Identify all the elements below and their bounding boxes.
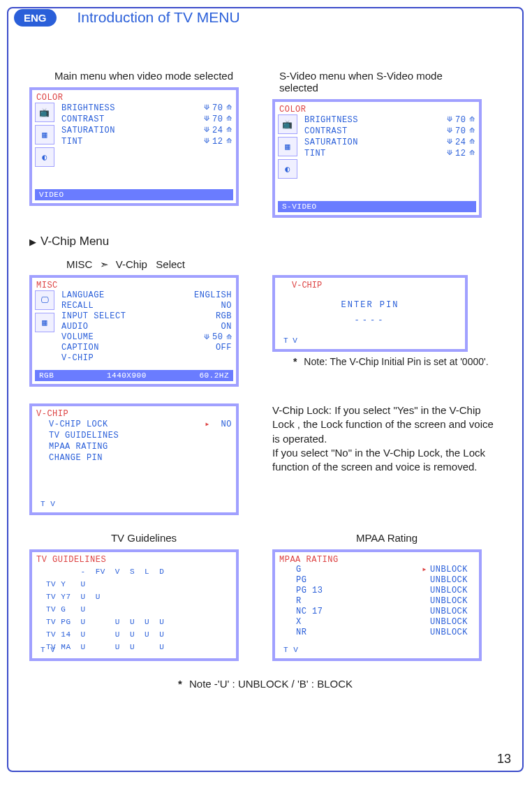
pin-enter: ENTER PIN — [275, 300, 465, 310]
item-val: 24 — [455, 137, 466, 148]
cell: U — [140, 616, 154, 628]
caption-svideo-menu: S-Video menu when S-Video mode selected — [272, 70, 454, 94]
monitor-icon: 🖵 — [35, 290, 54, 310]
item-val: ENGLISH — [194, 290, 232, 301]
caret-up-icon: ⟰ — [226, 125, 232, 136]
vchip-lock-text2: If you select "No" in the V-Chip Lock, t… — [272, 446, 501, 475]
item-label: CAPTION — [61, 343, 99, 353]
item-val: UNBLOCK — [430, 575, 468, 586]
cell: U — [155, 616, 168, 628]
tvg-header: TV GUIDELINES — [36, 555, 106, 565]
col-h: L — [140, 566, 154, 577]
osd-color-svideo: COLOR 📺 ▦ ◐ BRIGHTNESS⟱70⟰ CONTRAST⟱70⟰ … — [272, 99, 482, 218]
osd-header-color: COLOR — [279, 105, 306, 114]
item-label: MPAA RATING — [49, 441, 108, 452]
path-a: MISC — [66, 258, 93, 270]
circle-icon: ◐ — [278, 159, 297, 179]
item-label: TV GUIDELINES — [49, 430, 119, 441]
footer-label: S-VIDEO — [282, 202, 317, 211]
item-label: VOLUME — [61, 332, 94, 343]
item-label: CONTRAST — [61, 114, 105, 125]
row-name: TV Y7 — [42, 591, 75, 602]
section-vchip-header: V-Chip Menu — [29, 235, 522, 249]
item-label: BRIGHTNESS — [304, 114, 358, 126]
marker-icon: ▸ — [422, 565, 427, 574]
caret-up-icon: ⟰ — [226, 332, 232, 343]
footer-mid: 1440X900 — [107, 371, 147, 380]
osd-sidebar: 📺 ▦ ◐ — [278, 114, 300, 200]
caret-down-icon: ⟱ — [447, 126, 453, 137]
path-c: Select — [156, 258, 185, 270]
col-h: S — [126, 566, 139, 577]
osd-header-vchip: V-CHIP — [36, 409, 68, 419]
tvg-footer: T V — [35, 644, 233, 655]
item-val: 50 — [212, 332, 223, 343]
caret-down-icon: ⟱ — [204, 136, 210, 147]
item-val: 24 — [212, 125, 223, 136]
osd-body: V-CHIP LOCK▸ NO TV GUIDELINES MPAA RATIN… — [49, 419, 232, 464]
cell: U — [77, 591, 90, 602]
osd-body: BRIGHTNESS⟱70⟰ CONTRAST⟱70⟰ SATURATION⟱2… — [61, 103, 232, 147]
item-val: UNBLOCK — [430, 586, 468, 596]
cell: U — [126, 616, 139, 628]
caret-up-icon: ⟰ — [226, 136, 232, 147]
item-val: RGB — [216, 311, 232, 322]
item-val: 12 — [455, 148, 466, 159]
cell: U — [155, 629, 168, 640]
caret-down-icon: ⟱ — [204, 114, 210, 125]
tv-icon: 📺 — [35, 103, 54, 122]
item-val: NO — [221, 301, 232, 311]
osd-footer: S-VIDEO — [278, 201, 476, 212]
caption-mpaa: MPAA Rating — [272, 532, 501, 544]
osd-body: BRIGHTNESS⟱70⟰ CONTRAST⟱70⟰ SATURATION⟱2… — [304, 114, 475, 159]
mpaa-header: MPAA RATING — [279, 555, 339, 565]
path-b: V-Chip — [116, 258, 147, 270]
pin-header: V-CHIP — [292, 281, 322, 290]
item-val: ON — [221, 322, 232, 332]
cell: U — [77, 629, 90, 640]
footer-right: 60.2HZ — [199, 371, 229, 380]
item-label: PG — [296, 575, 306, 586]
caret-down-icon: ⟱ — [204, 103, 210, 114]
cell: U — [77, 604, 90, 615]
osd-body: LANGUAGEENGLISH RECALLNO INPUT SELECTRGB… — [61, 290, 232, 364]
col-h: V — [111, 566, 124, 577]
vchip-path: MISC ➣ V-Chip Select — [8, 258, 522, 271]
osd-sidebar: 🖵 ▦ — [35, 290, 57, 369]
row-name: TV 14 — [42, 629, 75, 640]
lang-badge: ENG — [14, 9, 57, 27]
mpaa-body: G▸UNBLOCK PGUNBLOCK PG 13UNBLOCK RUNBLOC… — [296, 565, 475, 638]
item-val: 70 — [212, 114, 223, 125]
note-star: * — [178, 678, 182, 690]
vchip-lock-explain: V-Chip Lock: If you select "Yes" in the … — [272, 403, 501, 515]
item-label: TINT — [304, 148, 326, 159]
note-star: * — [293, 356, 297, 367]
osd-vchip-lock: V-CHIP V-CHIP LOCK▸ NO TV GUIDELINES MPA… — [29, 403, 239, 515]
row-name: TV PG — [42, 616, 75, 628]
marker-icon: ▸ — [205, 419, 210, 430]
osd-color-video: COLOR 📺 ▦ ◐ BRIGHTNESS⟱70⟰ CONTRAST⟱70⟰ … — [29, 87, 239, 206]
arrow-icon: ➣ — [100, 258, 109, 270]
item-label: R — [296, 596, 302, 607]
pin-dashes: ---- — [275, 316, 465, 325]
osd-footer: RGB 1440X900 60.2HZ — [35, 370, 233, 381]
content: Main menu when video mode selected COLOR… — [8, 8, 522, 690]
footer-note: * Note -'U' : UNBLOCK / 'B' : BLOCK — [8, 678, 522, 690]
item-label: BRIGHTNESS — [61, 103, 115, 114]
col-h: - — [77, 566, 90, 577]
caret-up-icon: ⟰ — [469, 114, 475, 126]
item-val: UNBLOCK — [430, 565, 468, 574]
page-title: Introduction of TV MENU — [77, 9, 240, 26]
note-text: Note: The V-Chip Initial Pin is set at '… — [304, 356, 488, 367]
item-val: 70 — [455, 114, 466, 126]
caret-down-icon: ⟱ — [204, 332, 210, 343]
caret-up-icon: ⟰ — [469, 126, 475, 137]
osd-sidebar: 📺 ▦ ◐ — [35, 103, 57, 188]
item-val: OFF — [216, 343, 232, 353]
item-val: 70 — [455, 126, 466, 137]
footer-note-text: Note -'U' : UNBLOCK / 'B' : BLOCK — [189, 678, 353, 690]
caret-up-icon: ⟰ — [469, 148, 475, 159]
item-val: NO — [221, 419, 232, 430]
item-label: V-CHIP LOCK — [49, 419, 108, 430]
cell: U — [91, 591, 110, 602]
